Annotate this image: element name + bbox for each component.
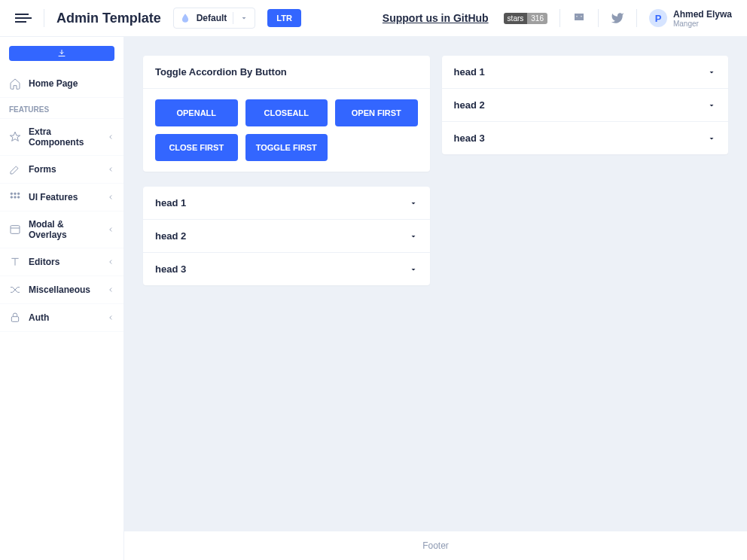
browser-icon	[9, 224, 21, 236]
svg-rect-8	[11, 317, 18, 322]
stars-label: stars	[504, 13, 528, 24]
sidebar-item-label: Editors	[29, 257, 99, 267]
shuffle-icon	[9, 284, 21, 296]
keypad-icon	[9, 191, 21, 203]
closefirst-button[interactable]: Close First	[155, 134, 238, 161]
divider	[233, 12, 233, 24]
theme-label: Default	[197, 13, 227, 23]
divider	[559, 9, 560, 27]
svg-point-4	[14, 196, 17, 199]
accordion-label: head 2	[155, 230, 186, 242]
togglefirst-button[interactable]: Toggle First	[245, 134, 328, 161]
user-name: Ahmed Elywa	[673, 9, 732, 20]
download-button[interactable]	[9, 46, 114, 61]
edit-icon	[9, 163, 21, 175]
chevron-left-icon	[107, 193, 114, 201]
user-menu[interactable]: P Ahmed Elywa Manger	[649, 9, 732, 28]
divider	[598, 9, 599, 27]
closeall-button[interactable]: CloseAll	[245, 99, 328, 126]
divider	[636, 9, 637, 27]
accordion-item[interactable]: head 2	[442, 89, 729, 122]
sidebar-item-home[interactable]: Home Page	[0, 70, 123, 98]
chevron-down-icon	[707, 134, 716, 143]
accordion-label: head 1	[155, 197, 186, 208]
svg-point-5	[17, 196, 20, 199]
chevron-left-icon	[107, 286, 114, 294]
accordion-left: head 1 head 2 head 3	[143, 187, 430, 285]
github-link[interactable]: Support us in GitHub	[383, 12, 489, 24]
svg-point-0	[11, 193, 13, 195]
chevron-left-icon	[107, 226, 114, 233]
sidebar-item-extra-components[interactable]: Extra Components	[0, 119, 123, 156]
sidebar-item-ui-features[interactable]: UI Features	[0, 184, 123, 212]
svg-rect-6	[11, 226, 20, 234]
openall-button[interactable]: OpenAll	[155, 99, 238, 126]
chevron-left-icon	[107, 314, 114, 321]
droplet-icon	[180, 13, 191, 23]
sidebar-item-label: Extra Components	[29, 126, 99, 148]
twitter-icon[interactable]	[611, 11, 624, 25]
chevron-down-icon	[707, 101, 716, 110]
theme-selector[interactable]: Default	[173, 8, 256, 29]
sidebar-item-auth[interactable]: Auth	[0, 304, 123, 332]
github-stars-badge[interactable]: stars 316	[504, 13, 547, 24]
card-title: Toggle Accordion By Button	[143, 56, 430, 89]
toggle-accordion-card: Toggle Accordion By Button OpenAll Close…	[143, 56, 430, 172]
chevron-down-icon	[707, 68, 716, 77]
svg-point-3	[11, 196, 13, 199]
chevron-down-icon	[239, 14, 248, 23]
sidebar-item-forms[interactable]: Forms	[0, 156, 123, 184]
accordion-item[interactable]: head 1	[143, 187, 430, 220]
text-icon	[9, 256, 21, 268]
star-icon	[9, 131, 21, 143]
sidebar-item-label: Auth	[29, 312, 99, 323]
chevron-left-icon	[107, 133, 114, 141]
accordion-label: head 3	[155, 263, 186, 275]
discord-icon[interactable]	[572, 11, 586, 25]
accordion-label: head 3	[454, 132, 485, 144]
sidebar-item-label: Modal & Overlays	[29, 219, 99, 240]
sidebar-item-label: UI Features	[29, 192, 99, 202]
svg-point-2	[17, 193, 20, 195]
brand-title: Admin Template	[56, 11, 161, 26]
sidebar-item-label: Home Page	[29, 78, 114, 89]
accordion-right: head 1 head 2 head 3	[442, 56, 729, 154]
accordion-item[interactable]: head 1	[442, 56, 729, 89]
user-role: Manger	[673, 20, 732, 28]
svg-point-1	[14, 193, 17, 195]
accordion-item[interactable]: head 3	[442, 122, 729, 154]
footer-text: Footer	[124, 531, 747, 560]
divider	[44, 9, 44, 27]
sidebar-section-label: FEATURES	[0, 98, 123, 119]
accordion-item[interactable]: head 2	[143, 220, 430, 253]
sidebar-item-miscellaneous[interactable]: Miscellaneous	[0, 276, 123, 304]
sidebar-item-modal-overlays[interactable]: Modal & Overlays	[0, 212, 123, 248]
avatar: P	[649, 9, 667, 27]
ltr-button[interactable]: LTR	[267, 9, 301, 27]
menu-toggle-icon[interactable]	[15, 14, 32, 23]
sidebar-item-label: Miscellaneous	[29, 285, 99, 295]
accordion-label: head 1	[454, 66, 485, 78]
stars-count: 316	[527, 13, 547, 24]
chevron-down-icon	[409, 265, 418, 274]
chevron-down-icon	[409, 199, 418, 208]
sidebar-item-label: Forms	[29, 164, 99, 175]
chevron-left-icon	[107, 258, 114, 266]
accordion-label: head 2	[454, 99, 485, 111]
home-icon	[9, 78, 21, 90]
sidebar-item-editors[interactable]: Editors	[0, 248, 123, 276]
openfirst-button[interactable]: Open First	[335, 99, 418, 126]
chevron-down-icon	[409, 232, 418, 241]
lock-icon	[9, 312, 21, 324]
accordion-item[interactable]: head 3	[143, 253, 430, 285]
chevron-left-icon	[107, 166, 114, 173]
download-icon	[57, 49, 66, 58]
